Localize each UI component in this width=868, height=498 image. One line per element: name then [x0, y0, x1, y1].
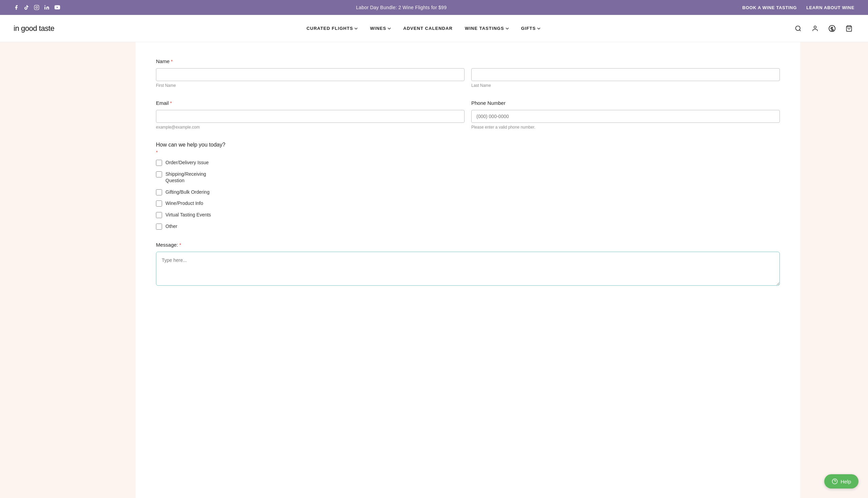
help-question: How can we help you today?: [156, 142, 780, 148]
name-label: Name *: [156, 58, 780, 64]
email-phone-row: Email * example@example.com Phone Number…: [156, 100, 780, 130]
required-star: *: [170, 101, 172, 106]
name-row: First Name Last Name: [156, 68, 780, 88]
chevron-down-icon: [537, 27, 540, 30]
phone-hint: Please enter a valid phone number.: [471, 125, 780, 130]
sidebar-left: [0, 42, 136, 498]
chevron-down-icon: [506, 27, 509, 30]
main-wrapper: Name * First Name Last Name Email: [0, 42, 868, 498]
message-section: Message: *: [156, 242, 780, 287]
nav-wines[interactable]: WINES: [370, 26, 391, 31]
email-hint: example@example.com: [156, 125, 465, 130]
required-star: *: [171, 59, 173, 64]
instagram-icon[interactable]: [34, 5, 39, 10]
top-nav-links: BOOK A WINE TASTING LEARN ABOUT WINE: [742, 5, 854, 10]
help-button[interactable]: Help: [824, 474, 858, 488]
message-textarea[interactable]: [156, 252, 780, 286]
nav-advent-calendar[interactable]: ADVENT CALENDAR: [403, 26, 453, 31]
cart-button[interactable]: [844, 23, 854, 34]
form-area: Name * First Name Last Name Email: [136, 42, 800, 498]
help-required-star: *: [156, 149, 158, 155]
checkbox-other-label: Other: [165, 223, 177, 230]
search-button[interactable]: [793, 23, 804, 34]
book-tasting-link[interactable]: BOOK A WINE TASTING: [742, 5, 797, 10]
youtube-icon[interactable]: [54, 5, 61, 10]
message-label: Message: *: [156, 242, 780, 248]
svg-point-2: [38, 6, 38, 6]
phone-label: Phone Number: [471, 100, 780, 106]
nav-icons: [793, 23, 854, 34]
facebook-icon[interactable]: [14, 5, 19, 10]
linkedin-icon[interactable]: [44, 5, 50, 10]
checkbox-gifting-input[interactable]: [156, 189, 162, 195]
checkbox-list: Order/Delivery Issue Shipping/ReceivingQ…: [156, 159, 780, 230]
last-name-input[interactable]: [471, 68, 780, 81]
checkbox-shipping-input[interactable]: [156, 171, 162, 178]
top-banner: Labor Day Bundle: 2 Wine Flights for $99…: [0, 0, 868, 15]
svg-line-5: [800, 29, 801, 31]
social-icons-group: [14, 5, 61, 10]
navbar: in good taste CURATED FLIGHTS WINES ADVE…: [0, 15, 868, 42]
first-name-field: First Name: [156, 68, 465, 88]
checkbox-virtual[interactable]: Virtual Tasting Events: [156, 212, 780, 219]
svg-point-6: [814, 26, 816, 28]
nav-links: CURATED FLIGHTS WINES ADVENT CALENDAR WI…: [307, 26, 540, 31]
checkbox-virtual-label: Virtual Tasting Events: [165, 212, 211, 219]
help-section: How can we help you today? * Order/Deliv…: [156, 142, 780, 230]
account-button[interactable]: [810, 23, 820, 34]
checkbox-wine-info[interactable]: Wine/Product Info: [156, 200, 780, 207]
last-name-field: Last Name: [471, 68, 780, 88]
tiktok-icon[interactable]: [24, 5, 29, 10]
phone-field-col: Phone Number Please enter a valid phone …: [471, 100, 780, 130]
checkbox-gifting[interactable]: Gifting/Bulk Ordering: [156, 189, 780, 196]
chevron-down-icon: [388, 27, 391, 30]
checkbox-shipping[interactable]: Shipping/ReceivingQuestion: [156, 171, 780, 184]
promo-text: Labor Day Bundle: 2 Wine Flights for $99: [356, 5, 446, 10]
svg-point-3: [44, 5, 45, 6]
message-required-star: *: [179, 242, 181, 248]
checkbox-gifting-label: Gifting/Bulk Ordering: [165, 189, 210, 196]
checkbox-other-input[interactable]: [156, 224, 162, 230]
nav-gifts[interactable]: GIFTS: [521, 26, 540, 31]
search-icon: [795, 25, 802, 32]
svg-rect-0: [34, 5, 39, 10]
loyalty-button[interactable]: [827, 23, 838, 34]
account-icon: [812, 25, 818, 32]
name-section: Name * First Name Last Name: [156, 58, 780, 88]
checkbox-virtual-input[interactable]: [156, 212, 162, 218]
phone-input[interactable]: [471, 110, 780, 123]
first-name-input[interactable]: [156, 68, 465, 81]
email-label: Email *: [156, 100, 465, 106]
email-input[interactable]: [156, 110, 465, 123]
help-icon: [832, 478, 838, 484]
checkbox-order-label: Order/Delivery Issue: [165, 159, 209, 166]
checkbox-shipping-label: Shipping/ReceivingQuestion: [165, 171, 206, 184]
sidebar-right: [800, 42, 868, 498]
svg-point-1: [36, 6, 37, 8]
svg-point-4: [796, 26, 800, 30]
email-field-col: Email * example@example.com: [156, 100, 465, 130]
site-logo[interactable]: in good taste: [14, 24, 54, 33]
cart-icon: [846, 25, 852, 32]
learn-wine-link[interactable]: LEARN ABOUT WINE: [806, 5, 854, 10]
checkbox-wine-info-label: Wine/Product Info: [165, 200, 203, 207]
first-name-label: First Name: [156, 83, 465, 88]
contact-section: Email * example@example.com Phone Number…: [156, 100, 780, 130]
checkbox-order[interactable]: Order/Delivery Issue: [156, 159, 780, 166]
checkbox-order-input[interactable]: [156, 160, 162, 166]
nav-wine-tastings[interactable]: WINE TASTINGS: [465, 26, 509, 31]
dollar-circle-icon: [828, 25, 836, 32]
last-name-label: Last Name: [471, 83, 780, 88]
checkbox-wine-info-input[interactable]: [156, 200, 162, 207]
chevron-down-icon: [354, 27, 358, 30]
checkbox-other[interactable]: Other: [156, 223, 780, 230]
nav-curated-flights[interactable]: CURATED FLIGHTS: [307, 26, 358, 31]
